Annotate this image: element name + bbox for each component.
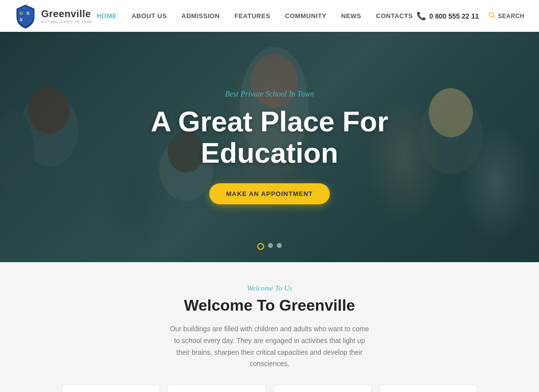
dot-3[interactable] — [277, 243, 282, 248]
feature-card-4 — [379, 385, 477, 392]
feature-cards-row — [10, 385, 529, 392]
phone-area[interactable]: 📞 0 800 555 22 11 — [416, 11, 479, 21]
nav-admission[interactable]: ADMISSION — [181, 12, 220, 20]
search-label: SEARCH — [498, 13, 524, 20]
hero-content: Best Private School In Town A Great Plac… — [0, 32, 539, 262]
dot-2[interactable] — [268, 243, 273, 248]
nav-home[interactable]: HOME — [97, 12, 117, 20]
feature-card-2 — [168, 385, 266, 392]
svg-text:G: G — [20, 11, 23, 16]
main-nav: HOME ABOUT US ADMISSION FEATURES COMMUNI… — [93, 12, 416, 20]
nav-news[interactable]: NEWS — [341, 12, 361, 20]
search-button[interactable]: SEARCH — [489, 12, 524, 20]
nav-community[interactable]: COMMUNITY — [285, 12, 327, 20]
svg-line-4 — [493, 17, 495, 19]
nav-contacts[interactable]: CONTACTS — [376, 12, 413, 20]
appointment-button[interactable]: MAKE AN APPOINTMENT — [209, 183, 330, 204]
svg-text:S: S — [26, 11, 29, 16]
dot-1[interactable] — [257, 243, 264, 250]
hero-title-line1: A Great Place For — [151, 105, 389, 137]
welcome-heading: Welcome To Greenville — [10, 296, 529, 315]
logo[interactable]: G S S Greenville ESTABLISHED IN 1946 — [15, 4, 93, 28]
welcome-subheading: Welcome To Us — [10, 284, 529, 293]
phone-number: 0 800 555 22 11 — [429, 12, 479, 20]
hero-section: Best Private School In Town A Great Plac… — [0, 32, 539, 262]
feature-card-1 — [62, 385, 160, 392]
welcome-body: Our buildings are filled with children a… — [167, 323, 372, 370]
logo-text: Greenville ESTABLISHED IN 1946 — [41, 8, 92, 24]
welcome-section: Welcome To Us Welcome To Greenville Our … — [0, 262, 539, 392]
hero-tagline: Best Private School In Town — [225, 90, 314, 98]
phone-icon: 📞 — [416, 11, 426, 21]
logo-subtitle: ESTABLISHED IN 1946 — [41, 20, 92, 24]
header-right: 📞 0 800 555 22 11 SEARCH — [416, 11, 524, 21]
nav-about[interactable]: ABOUT US — [131, 12, 167, 20]
logo-shield-icon: G S S — [15, 4, 36, 28]
hero-title: A Great Place For Education — [151, 106, 389, 169]
site-header: G S S Greenville ESTABLISHED IN 1946 HOM… — [0, 0, 539, 32]
hero-title-line2: Education — [201, 137, 338, 169]
nav-features[interactable]: FEATURES — [235, 12, 270, 20]
feature-card-3 — [273, 385, 371, 392]
svg-text:S: S — [20, 17, 23, 22]
search-icon — [489, 12, 495, 20]
logo-name: Greenville — [41, 8, 92, 20]
hero-slider-dots — [257, 243, 282, 250]
